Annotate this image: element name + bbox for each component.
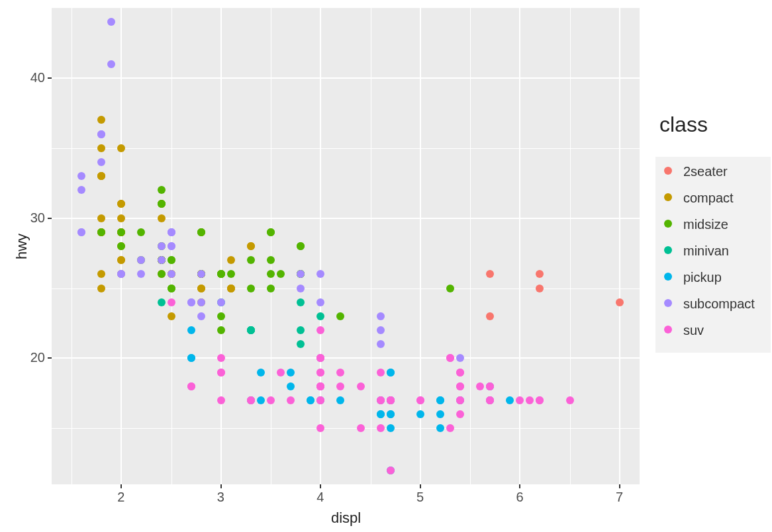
data-point <box>117 242 125 250</box>
grid-minor-v <box>371 8 371 484</box>
x-axis-label: displ <box>331 510 361 527</box>
legend-dot-icon <box>664 299 672 307</box>
data-point <box>187 326 195 334</box>
data-point <box>227 270 235 278</box>
data-point <box>217 298 225 306</box>
data-point <box>336 396 344 404</box>
data-point <box>107 60 115 68</box>
data-point <box>287 396 295 404</box>
x-tick-label: 4 <box>316 490 324 505</box>
data-point <box>97 130 105 138</box>
legend-key <box>659 162 677 179</box>
data-point <box>97 144 105 152</box>
data-point <box>267 228 275 236</box>
x-tick-label: 3 <box>217 490 224 505</box>
data-point <box>217 369 225 377</box>
data-point <box>446 285 454 292</box>
data-point <box>456 354 464 362</box>
data-point <box>316 382 324 390</box>
data-point <box>387 396 395 404</box>
legend-label: suv <box>683 323 704 338</box>
data-point <box>456 410 464 418</box>
data-point <box>436 410 444 418</box>
legend-label: midsize <box>683 217 728 232</box>
x-tick-label: 7 <box>616 490 623 505</box>
grid-major-h <box>52 357 640 359</box>
data-point <box>197 270 205 278</box>
data-point <box>77 186 85 194</box>
data-point <box>526 396 534 404</box>
data-point <box>566 396 574 404</box>
data-point <box>357 382 365 390</box>
data-point <box>387 410 395 418</box>
data-point <box>336 369 344 377</box>
legend-key <box>659 242 677 259</box>
y-tick-label: 40 <box>30 70 45 85</box>
grid-minor-v <box>470 8 471 484</box>
data-point <box>267 256 275 264</box>
legend-title: class <box>659 112 708 137</box>
legend-dot-icon <box>664 273 672 281</box>
x-tick-label: 5 <box>416 490 424 505</box>
data-point <box>316 424 324 432</box>
plot-panel <box>52 8 640 484</box>
data-point <box>197 312 205 320</box>
data-point <box>247 242 255 250</box>
data-point <box>536 396 544 404</box>
grid-major-h <box>52 77 640 79</box>
legend-dot-icon <box>664 220 672 228</box>
data-point <box>536 285 544 292</box>
data-point <box>357 424 365 432</box>
data-point <box>168 298 175 306</box>
x-tick <box>320 484 321 488</box>
data-point <box>267 270 275 278</box>
legend-dot-icon <box>664 246 672 254</box>
data-point <box>446 354 454 362</box>
data-point <box>247 396 255 404</box>
data-point <box>316 298 324 306</box>
data-point <box>316 396 324 404</box>
data-point <box>387 369 395 377</box>
grid-minor-v <box>72 8 72 484</box>
data-point <box>137 228 145 236</box>
chart-stage: { "chart_data": { "type": "scatter", "xl… <box>0 0 772 532</box>
legend-key <box>659 321 677 338</box>
data-point <box>97 270 105 278</box>
data-point <box>168 312 175 320</box>
y-tick <box>48 218 52 219</box>
grid-major-h <box>52 218 640 219</box>
data-point <box>107 18 115 26</box>
data-point <box>297 242 305 250</box>
legend-label: compact <box>683 191 734 206</box>
grid-minor-v <box>570 8 571 484</box>
data-point <box>297 285 305 292</box>
y-tick <box>48 77 52 79</box>
legend-dot-icon <box>664 193 672 201</box>
data-point <box>97 214 105 222</box>
x-tick-label: 2 <box>117 490 124 505</box>
data-point <box>117 200 125 208</box>
data-point <box>616 298 624 306</box>
data-point <box>297 270 305 278</box>
data-point <box>316 369 324 377</box>
data-point <box>197 285 205 292</box>
y-axis-label: hwy <box>13 234 30 259</box>
data-point <box>217 270 225 278</box>
data-point <box>377 326 385 334</box>
data-point <box>168 242 175 250</box>
grid-major-v <box>220 8 222 484</box>
data-point <box>158 298 166 306</box>
legend-key <box>659 215 677 232</box>
legend-label: subcompact <box>683 296 755 312</box>
data-point <box>307 396 314 404</box>
data-point <box>117 228 125 236</box>
data-point <box>217 326 225 334</box>
data-point <box>77 172 85 180</box>
data-point <box>217 396 225 404</box>
data-point <box>117 256 125 264</box>
data-point <box>158 214 166 222</box>
data-point <box>168 256 175 264</box>
data-point <box>158 270 166 278</box>
data-point <box>377 396 385 404</box>
data-point <box>97 116 105 124</box>
